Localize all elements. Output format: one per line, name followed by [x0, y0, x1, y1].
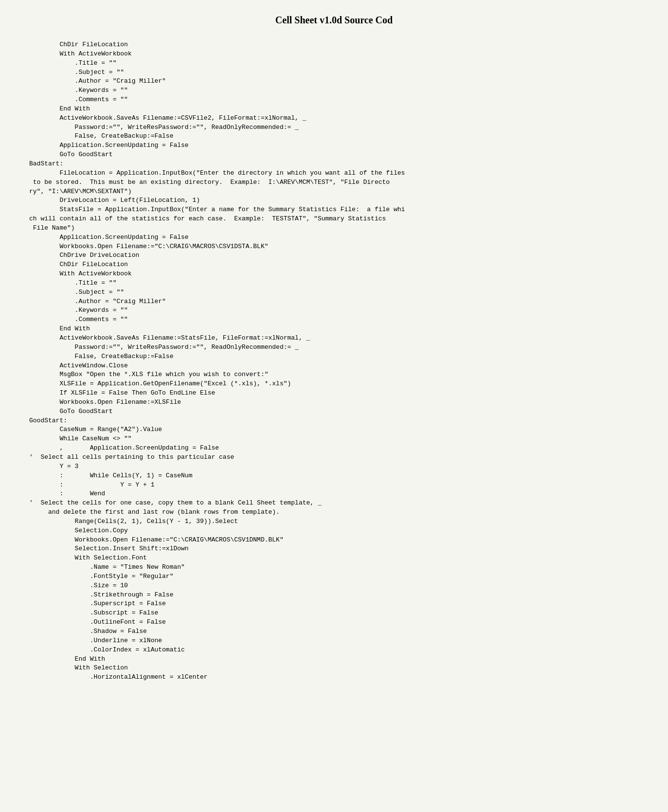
page-container: Cell Sheet v1.0d Source Cod ChDir FileLo…: [0, 0, 668, 812]
page-title: Cell Sheet v1.0d Source Cod: [29, 15, 639, 26]
source-code-block: ChDir FileLocation With ActiveWorkbook .…: [29, 40, 639, 682]
